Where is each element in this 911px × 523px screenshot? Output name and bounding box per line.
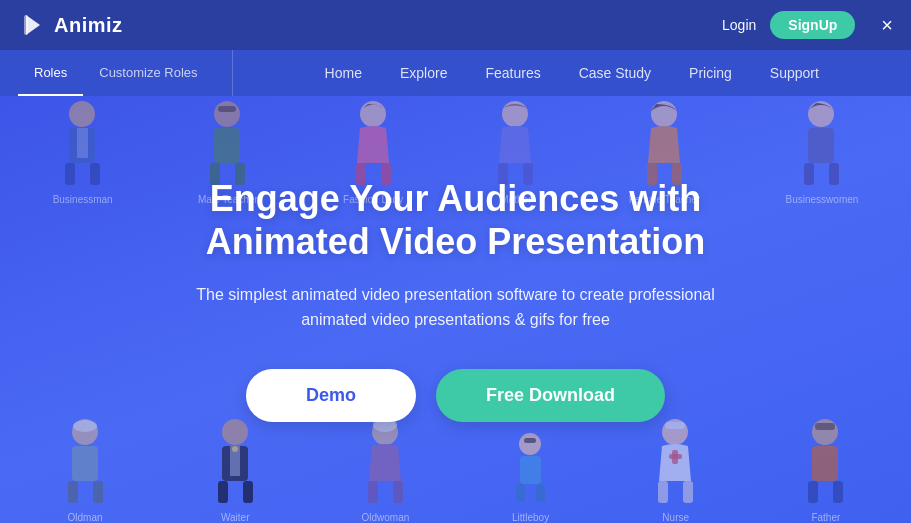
svg-rect-5 (90, 163, 100, 185)
char-label-waiter: Waiter (221, 512, 250, 523)
svg-rect-46 (658, 481, 668, 503)
login-button[interactable]: Login (722, 17, 756, 33)
svg-rect-50 (665, 422, 685, 429)
svg-rect-27 (68, 481, 78, 503)
svg-rect-32 (218, 481, 228, 503)
svg-rect-44 (524, 438, 536, 443)
nav-features[interactable]: Features (471, 50, 554, 96)
svg-rect-53 (808, 481, 818, 503)
hero-section: Businessman Male Teacher Fashion Lady (0, 96, 911, 523)
svg-rect-42 (516, 484, 525, 502)
hero-content: Engage Your Audiences with Animated Vide… (106, 177, 806, 422)
char-nurse: Nurse (648, 414, 703, 523)
svg-rect-52 (812, 446, 838, 481)
hero-title: Engage Your Audiences with Animated Vide… (126, 177, 786, 263)
hero-subtitle: The simplest animated video presentation… (126, 282, 786, 333)
char-oldman: Oldman (58, 414, 113, 523)
svg-point-12 (360, 101, 386, 127)
svg-rect-55 (815, 423, 835, 430)
nav-explore[interactable]: Explore (386, 50, 461, 96)
top-bar: Animiz Login SignUp × (0, 0, 911, 50)
svg-rect-33 (243, 481, 253, 503)
main-nav: Home Explore Features Case Study Pricing… (233, 50, 911, 96)
svg-rect-1 (24, 15, 28, 35)
svg-rect-28 (93, 481, 103, 503)
nav-case-study[interactable]: Case Study (565, 50, 665, 96)
svg-rect-47 (683, 481, 693, 503)
svg-rect-11 (218, 106, 236, 112)
char-label-oldwoman: Oldwoman (361, 512, 409, 523)
char-label-littleboy: Littleboy (512, 512, 549, 523)
characters-bottom-row: Oldman Waiter Oldwoman (0, 413, 911, 523)
svg-marker-0 (26, 15, 40, 35)
svg-rect-8 (214, 128, 240, 163)
logo-icon (18, 11, 46, 39)
download-button[interactable]: Free Download (436, 369, 665, 422)
nav-support[interactable]: Support (756, 50, 833, 96)
svg-point-29 (73, 420, 97, 432)
char-father: Father (798, 414, 853, 523)
svg-rect-26 (72, 446, 98, 481)
svg-rect-23 (804, 163, 814, 185)
char-label-father: Father (811, 512, 840, 523)
svg-point-51 (812, 419, 838, 445)
char-waiter: Waiter (208, 414, 263, 523)
svg-point-30 (222, 419, 248, 445)
svg-point-2 (69, 101, 95, 127)
svg-rect-4 (65, 163, 75, 185)
nav-home[interactable]: Home (311, 50, 376, 96)
svg-rect-38 (393, 481, 403, 503)
char-label-oldman: Oldman (68, 512, 103, 523)
svg-point-35 (232, 446, 238, 452)
char-label-businessman: Businessman (53, 194, 113, 205)
svg-rect-49 (669, 454, 682, 459)
logo-text: Animiz (54, 14, 123, 37)
demo-button[interactable]: Demo (246, 369, 416, 422)
svg-point-7 (214, 101, 240, 127)
svg-rect-41 (520, 456, 541, 484)
nav-tabs: Roles Customize Roles (0, 50, 233, 96)
char-label-nurse: Nurse (662, 512, 689, 523)
nav-pricing[interactable]: Pricing (675, 50, 746, 96)
svg-rect-37 (368, 481, 378, 503)
svg-rect-24 (829, 163, 839, 185)
svg-rect-6 (77, 128, 88, 158)
char-businessman: Businessman (53, 96, 113, 205)
hero-buttons: Demo Free Download (126, 369, 786, 422)
tab-customize-roles[interactable]: Customize Roles (83, 50, 213, 96)
logo-area: Animiz (18, 11, 722, 39)
tab-roles[interactable]: Roles (18, 50, 83, 96)
char-littleboy: Littleboy (508, 429, 553, 523)
top-bar-right: Login SignUp × (722, 11, 893, 39)
svg-rect-22 (808, 128, 834, 163)
svg-point-40 (519, 433, 541, 455)
svg-rect-43 (536, 484, 545, 502)
char-oldwoman: Oldwoman (358, 414, 413, 523)
nav-bar: Roles Customize Roles Home Explore Featu… (0, 50, 911, 96)
close-button[interactable]: × (881, 14, 893, 37)
svg-rect-54 (833, 481, 843, 503)
signup-button[interactable]: SignUp (770, 11, 855, 39)
